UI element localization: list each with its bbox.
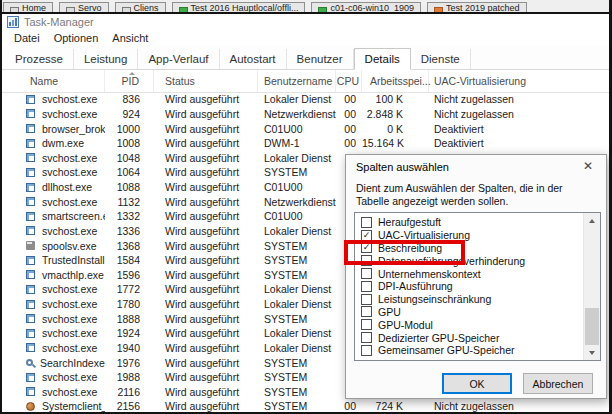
- checkbox[interactable]: [361, 281, 372, 292]
- process-user: SYSTEM: [258, 240, 336, 252]
- process-status: Wird ausgeführt: [154, 386, 258, 398]
- process-icon: [26, 153, 35, 162]
- process-pid: 924: [105, 108, 154, 120]
- checkbox[interactable]: [361, 255, 372, 266]
- process-row[interactable]: browser_broker.exe 1000 Wird ausgeführt …: [2, 121, 609, 136]
- process-name: svchost.exe: [42, 298, 97, 310]
- column-header-name[interactable]: Name: [2, 70, 105, 92]
- menu-bar: Datei Optionen Ansicht: [2, 30, 155, 45]
- process-pid: 1772: [105, 283, 154, 295]
- listbox-scrollbar[interactable]: [583, 213, 600, 360]
- column-option[interactable]: Datenausführungsverhinderung: [355, 254, 584, 267]
- checkbox[interactable]: [361, 345, 372, 356]
- process-row[interactable]: svchost.exe 836 Wird ausgeführt Lokaler …: [2, 92, 609, 107]
- process-icon: [26, 124, 35, 133]
- process-row[interactable]: dwm.exe 1008 Wird ausgeführt DWM-1 00 15…: [2, 136, 609, 151]
- process-memory: 2.848 K: [362, 108, 429, 120]
- vm-tab[interactable]: Home: [3, 2, 53, 14]
- process-memory: 15.164 K: [362, 137, 429, 149]
- column-option[interactable]: DPI-Ausführung: [355, 280, 584, 293]
- column-header-benutzername[interactable]: Benutzername: [258, 70, 336, 92]
- menu-optionen[interactable]: Optionen: [47, 32, 106, 44]
- column-option[interactable]: GPU: [355, 306, 584, 319]
- menu-datei[interactable]: Datei: [7, 32, 47, 44]
- vm-tab[interactable]: Servo: [59, 2, 109, 14]
- tab-dienste[interactable]: Dienste: [411, 49, 471, 69]
- scroll-down-icon[interactable]: [584, 345, 600, 360]
- vm-tab[interactable]: c01-c06-win10_1909: [311, 2, 421, 14]
- column-option[interactable]: Heraufgestuft: [355, 216, 584, 229]
- column-option[interactable]: GPU-Modul: [355, 318, 584, 331]
- vm-tab[interactable]: Test 2019 patched: [427, 2, 527, 14]
- process-user: Lokaler Dienst: [258, 327, 336, 339]
- scroll-up-icon[interactable]: [584, 213, 600, 228]
- process-icon: [26, 183, 35, 192]
- process-name: SearchIndexer.exe: [40, 357, 105, 369]
- column-option[interactable]: Dedizierter GPU-Speicher: [355, 331, 584, 344]
- menu-ansicht[interactable]: Ansicht: [105, 32, 155, 44]
- tab-autostart[interactable]: Autostart: [220, 49, 287, 69]
- vm-tab[interactable]: Test 2016 Hauptlocal/offli...: [172, 2, 306, 14]
- process-status: Wird ausgeführt: [154, 342, 258, 354]
- tab-benutzer[interactable]: Benutzer: [287, 49, 354, 69]
- process-icon: [26, 226, 35, 235]
- vm-tab-label: Test 2019 patched: [446, 2, 520, 14]
- column-header-uac-virtualisierung[interactable]: UAC-Virtualisierung: [429, 70, 609, 92]
- process-user: SYSTEM: [258, 313, 336, 325]
- column-option-label: Gemeinsamer GPU-Speicher: [378, 344, 515, 356]
- checkbox[interactable]: [361, 294, 372, 305]
- process-icon: [26, 314, 35, 323]
- process-pid: 2116: [105, 386, 154, 398]
- vm-tab-label: Test 2016 Hauptlocal/offli...: [191, 2, 299, 14]
- column-header-status[interactable]: Status: [154, 70, 258, 92]
- process-name: browser_broker.exe: [42, 123, 105, 135]
- process-row[interactable]: Systemclient_8.exe 2156 Wird ausgeführt …: [2, 399, 609, 414]
- vm-tab[interactable]: Cliens: [115, 2, 166, 14]
- process-status: Wird ausgeführt: [154, 181, 258, 193]
- column-option[interactable]: Gemeinsamer GPU-Speicher: [355, 344, 584, 357]
- checkbox[interactable]: ✓: [361, 242, 372, 253]
- column-option[interactable]: ✓ UAC-Virtualisierung: [355, 229, 584, 242]
- sort-ascending-icon: [129, 72, 135, 75]
- column-option[interactable]: Leistungseinschränkung: [355, 293, 584, 306]
- process-name: dwm.exe: [42, 137, 84, 149]
- process-pid: 1008: [105, 137, 154, 149]
- column-header-arbeitsspeicher[interactable]: Arbeitsspei...: [362, 70, 429, 92]
- column-header-cpu[interactable]: CPU: [336, 70, 362, 92]
- checkbox[interactable]: [361, 217, 372, 228]
- checkbox[interactable]: [361, 319, 372, 330]
- tab-details[interactable]: Details: [354, 48, 411, 70]
- tab-prozesse[interactable]: Prozesse: [5, 49, 74, 69]
- process-pid: 1332: [105, 210, 154, 222]
- process-memory: 100 K: [362, 93, 429, 105]
- cancel-button[interactable]: Abbrechen: [523, 373, 593, 394]
- checkbox[interactable]: ✓: [361, 230, 372, 241]
- column-option[interactable]: ✓ Beschreibung: [355, 242, 584, 255]
- process-user: SYSTEM: [258, 254, 336, 266]
- ok-button[interactable]: OK: [442, 373, 512, 394]
- column-option-label: Heraufgestuft: [378, 216, 441, 228]
- scrollbar-thumb[interactable]: [585, 308, 599, 345]
- home-icon: [10, 7, 19, 14]
- process-name: smartscreen.exe: [42, 210, 105, 222]
- column-header-pid[interactable]: PID: [105, 70, 154, 92]
- process-icon: [26, 359, 33, 366]
- process-cpu: 00: [336, 400, 362, 412]
- checkbox[interactable]: [361, 332, 372, 343]
- checkbox[interactable]: [361, 306, 372, 317]
- column-option[interactable]: Unternehmenskontext: [355, 267, 584, 280]
- column-option-label: Leistungseinschränkung: [378, 293, 491, 305]
- process-name: svchost.exe: [42, 225, 97, 237]
- process-status: Wird ausgeführt: [154, 400, 258, 412]
- process-pid: 1000: [105, 123, 154, 135]
- process-user: Lokaler Dienst: [258, 225, 336, 237]
- close-icon[interactable]: ✕: [578, 158, 598, 174]
- tab-app-verlauf[interactable]: App-Verlauf: [138, 49, 219, 69]
- window-titlebar: Task-Manager: [2, 14, 94, 29]
- checkbox[interactable]: [361, 268, 372, 279]
- process-row[interactable]: svchost.exe 924 Wird ausgeführt Netzwerk…: [2, 107, 609, 122]
- process-status: Wird ausgeführt: [154, 313, 258, 325]
- process-status: Wird ausgeführt: [154, 357, 258, 369]
- tab-leistung[interactable]: Leistung: [74, 49, 138, 69]
- process-memory: 0 K: [362, 123, 429, 135]
